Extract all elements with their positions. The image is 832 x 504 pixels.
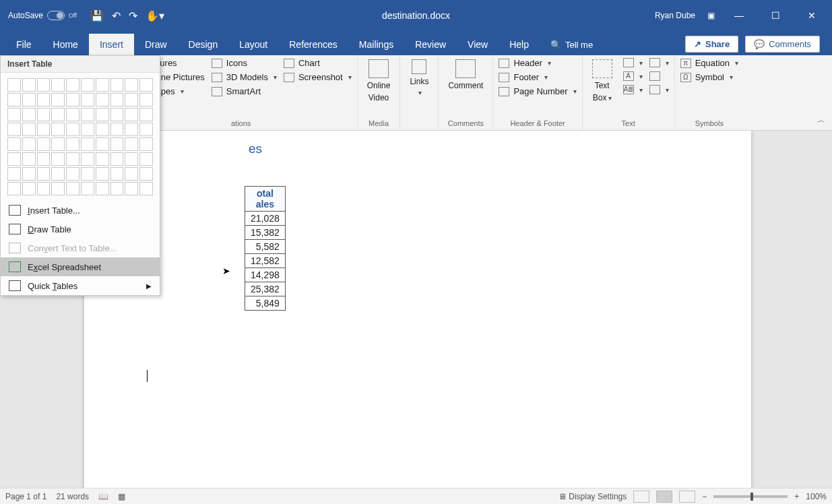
text-box-button[interactable]: Text Box▾ bbox=[588, 58, 616, 104]
grid-cell[interactable] bbox=[66, 167, 79, 181]
3d-models-button[interactable]: 3D Models▾ bbox=[212, 72, 277, 82]
grid-cell[interactable] bbox=[7, 137, 21, 151]
quick-parts-button[interactable]: ▾ bbox=[623, 58, 643, 67]
grid-cell[interactable] bbox=[96, 167, 109, 181]
grid-cell[interactable] bbox=[7, 123, 21, 136]
table-size-grid[interactable] bbox=[1, 73, 160, 201]
ribbon-display-icon[interactable]: ▣ bbox=[707, 11, 715, 20]
grid-cell[interactable] bbox=[81, 137, 94, 151]
smartart-button[interactable]: SmartArt bbox=[212, 86, 277, 96]
user-name[interactable]: Ryan Dube bbox=[655, 11, 695, 20]
minimize-button[interactable]: — bbox=[727, 10, 751, 21]
tab-help[interactable]: Help bbox=[499, 34, 540, 55]
menu-draw-table[interactable]: Draw Table bbox=[1, 220, 160, 239]
grid-cell[interactable] bbox=[110, 78, 124, 92]
redo-icon[interactable]: ↷ bbox=[129, 9, 137, 22]
grid-cell[interactable] bbox=[139, 123, 153, 136]
grid-cell[interactable] bbox=[110, 152, 124, 166]
grid-cell[interactable] bbox=[37, 93, 51, 106]
grid-cell[interactable] bbox=[37, 167, 51, 181]
tab-review[interactable]: Review bbox=[404, 34, 457, 55]
grid-cell[interactable] bbox=[51, 108, 65, 121]
grid-cell[interactable] bbox=[81, 108, 94, 121]
grid-cell[interactable] bbox=[51, 152, 65, 166]
grid-cell[interactable] bbox=[139, 108, 153, 121]
symbol-button[interactable]: ΩSymbol▾ bbox=[680, 72, 738, 82]
grid-cell[interactable] bbox=[22, 182, 36, 195]
grid-cell[interactable] bbox=[7, 93, 21, 106]
grid-cell[interactable] bbox=[125, 78, 138, 92]
close-button[interactable]: ✕ bbox=[800, 10, 824, 21]
grid-cell[interactable] bbox=[110, 123, 124, 136]
grid-cell[interactable] bbox=[51, 78, 65, 92]
grid-cell[interactable] bbox=[37, 137, 51, 151]
tab-home[interactable]: Home bbox=[42, 34, 89, 55]
object-button[interactable]: ▾ bbox=[649, 85, 669, 94]
share-button[interactable]: ↗Share bbox=[685, 36, 738, 53]
grid-cell[interactable] bbox=[51, 137, 65, 151]
grid-cell[interactable] bbox=[96, 137, 109, 151]
tab-draw[interactable]: Draw bbox=[134, 34, 178, 55]
grid-cell[interactable] bbox=[81, 152, 94, 166]
grid-cell[interactable] bbox=[7, 167, 21, 181]
grid-cell[interactable] bbox=[7, 152, 21, 166]
grid-cell[interactable] bbox=[125, 108, 138, 121]
grid-cell[interactable] bbox=[66, 152, 79, 166]
tab-insert[interactable]: Insert bbox=[89, 34, 134, 55]
tab-references[interactable]: References bbox=[278, 34, 348, 55]
links-button[interactable]: Links▾ bbox=[406, 58, 433, 98]
undo-icon[interactable]: ↶ bbox=[112, 9, 121, 22]
web-layout-button[interactable] bbox=[679, 491, 695, 503]
grid-cell[interactable] bbox=[81, 167, 94, 181]
grid-cell[interactable] bbox=[22, 108, 36, 121]
grid-cell[interactable] bbox=[51, 93, 65, 106]
grid-cell[interactable] bbox=[22, 78, 36, 92]
grid-cell[interactable] bbox=[7, 108, 21, 121]
display-settings-button[interactable]: 🖥 Display Settings bbox=[558, 492, 627, 501]
maximize-button[interactable]: ☐ bbox=[763, 10, 788, 21]
grid-cell[interactable] bbox=[110, 108, 124, 121]
menu-insert-table[interactable]: IInsert Table...nsert Table... bbox=[1, 201, 160, 220]
tab-design[interactable]: Design bbox=[178, 34, 229, 55]
grid-cell[interactable] bbox=[110, 93, 124, 106]
save-icon[interactable]: 💾 bbox=[90, 9, 104, 22]
grid-cell[interactable] bbox=[96, 108, 109, 121]
collapse-ribbon-button[interactable]: ︿ bbox=[817, 115, 825, 126]
grid-cell[interactable] bbox=[22, 152, 36, 166]
grid-cell[interactable] bbox=[66, 182, 79, 195]
grid-cell[interactable] bbox=[139, 93, 153, 106]
grid-cell[interactable] bbox=[96, 93, 109, 106]
grid-cell[interactable] bbox=[22, 167, 36, 181]
menu-quick-tables[interactable]: Quick Tables▶ bbox=[1, 276, 160, 295]
grid-cell[interactable] bbox=[81, 182, 94, 195]
grid-cell[interactable] bbox=[125, 182, 138, 195]
grid-cell[interactable] bbox=[66, 123, 79, 136]
grid-cell[interactable] bbox=[139, 137, 153, 151]
grid-cell[interactable] bbox=[22, 137, 36, 151]
grid-cell[interactable] bbox=[22, 123, 36, 136]
grid-cell[interactable] bbox=[96, 78, 109, 92]
zoom-out-button[interactable]: − bbox=[702, 492, 707, 501]
grid-cell[interactable] bbox=[96, 182, 109, 195]
grid-cell[interactable] bbox=[125, 137, 138, 151]
grid-cell[interactable] bbox=[81, 93, 94, 106]
grid-cell[interactable] bbox=[125, 167, 138, 181]
autosave-toggle[interactable]: AutoSave Off bbox=[0, 11, 85, 20]
grid-cell[interactable] bbox=[96, 152, 109, 166]
pointer-icon[interactable]: ✋▾ bbox=[146, 9, 164, 22]
grid-cell[interactable] bbox=[37, 182, 51, 195]
grid-cell[interactable] bbox=[51, 167, 65, 181]
grid-cell[interactable] bbox=[7, 182, 21, 195]
word-count[interactable]: 21 words bbox=[56, 492, 89, 501]
online-video-button[interactable]: Online Video bbox=[363, 58, 395, 104]
tell-me-search[interactable]: 🔍 Tell me bbox=[544, 34, 600, 55]
footer-button[interactable]: Footer▾ bbox=[499, 72, 576, 82]
grid-cell[interactable] bbox=[7, 78, 21, 92]
grid-cell[interactable] bbox=[125, 123, 138, 136]
sales-table[interactable]: otalales 21,028 15,382 5,582 12,582 14,2… bbox=[245, 186, 286, 311]
wordart-button[interactable]: A▾ bbox=[623, 71, 643, 81]
zoom-level[interactable]: 100% bbox=[806, 492, 827, 501]
grid-cell[interactable] bbox=[125, 152, 138, 166]
grid-cell[interactable] bbox=[37, 78, 51, 92]
tab-file[interactable]: File bbox=[5, 34, 42, 55]
